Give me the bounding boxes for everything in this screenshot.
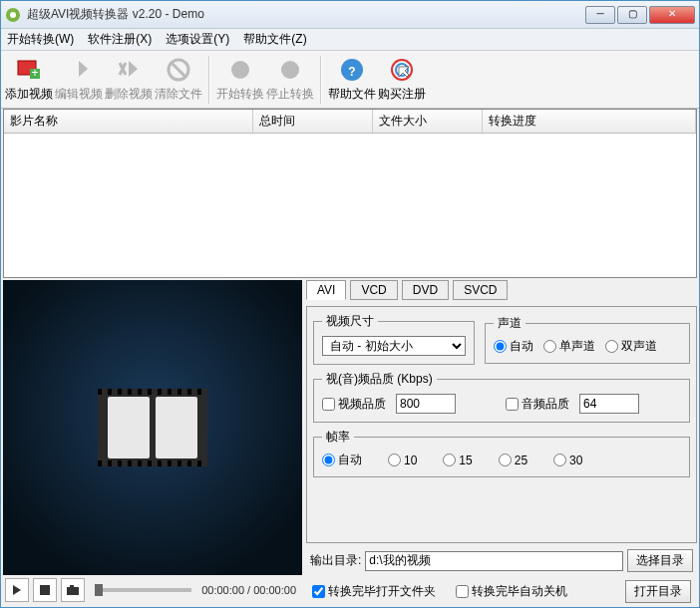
app-icon — [5, 7, 21, 23]
fps-auto[interactable]: 自动 — [322, 452, 362, 468]
svg-point-10 — [281, 61, 299, 79]
menu-options[interactable]: 选项设置(Y) — [166, 31, 229, 48]
output-path-input[interactable] — [365, 551, 623, 571]
edit-video-button[interactable]: 编辑视频 — [55, 56, 103, 103]
settings-body: 视频尺寸 自动 - 初始大小 声道 自动 单声道 双声道 — [306, 306, 697, 543]
audio-auto[interactable]: 自动 — [494, 338, 533, 355]
col-progress[interactable]: 转换进度 — [483, 110, 696, 133]
help-icon: ? — [338, 56, 366, 84]
add-video-label: 添加视频 — [5, 86, 53, 103]
video-quality-check[interactable]: 视频品质 — [322, 396, 386, 413]
svg-rect-17 — [70, 585, 74, 588]
svg-text:?: ? — [348, 65, 355, 79]
audio-quality-check[interactable]: 音频品质 — [506, 396, 569, 413]
toolbar: + 添加视频 编辑视频 删除视频 清除文件 开始转换 停止转换 ? 帮助文件 — [1, 51, 699, 109]
svg-line-8 — [172, 63, 185, 77]
audio-options: 自动 单声道 双声道 — [494, 338, 681, 355]
tab-svcd[interactable]: SVCD — [453, 280, 508, 300]
menu-help[interactable]: 帮助文件(Z) — [243, 31, 306, 48]
clear-icon — [165, 56, 192, 84]
format-tabs: AVI VCD DVD SVCD — [306, 280, 697, 300]
settings-panel: AVI VCD DVD SVCD 视频尺寸 自动 - 初始大小 声道 — [306, 280, 697, 605]
delete-video-button[interactable]: 删除视频 — [105, 56, 153, 103]
stop-icon — [276, 56, 304, 84]
film-frame — [156, 397, 197, 458]
snapshot-button[interactable] — [61, 578, 85, 602]
maximize-button[interactable]: ▢ — [617, 6, 647, 24]
help-button[interactable]: ? 帮助文件 — [328, 56, 376, 103]
video-size-select[interactable]: 自动 - 初始大小 — [322, 336, 466, 356]
preview-screen — [3, 280, 302, 575]
output-label: 输出目录: — [310, 552, 361, 569]
edit-video-label: 编辑视频 — [55, 86, 103, 103]
buy-register-label: 购买注册 — [378, 86, 426, 103]
preview-controls: 00:00:00 / 00:00:00 — [3, 575, 302, 605]
file-list[interactable]: 影片名称 总时间 文件大小 转换进度 — [3, 109, 697, 278]
fps-25[interactable]: 25 — [499, 454, 527, 467]
svg-point-9 — [231, 61, 249, 79]
edit-video-icon — [65, 56, 93, 84]
tab-dvd[interactable]: DVD — [402, 280, 449, 300]
open-dir-button[interactable]: 打开目录 — [625, 580, 691, 603]
start-convert-label: 开始转换 — [216, 86, 264, 103]
video-quality-input[interactable] — [396, 394, 456, 414]
titlebar: 超级AVI视频转换器 v2.20 - Demo ─ ▢ ✕ — [1, 1, 699, 29]
col-duration[interactable]: 总时间 — [253, 110, 373, 133]
stop-convert-label: 停止转换 — [266, 86, 314, 103]
fps-15[interactable]: 15 — [443, 454, 472, 467]
audio-mono[interactable]: 单声道 — [543, 338, 595, 355]
minimize-button[interactable]: ─ — [585, 6, 615, 24]
col-size[interactable]: 文件大小 — [373, 110, 483, 133]
menu-register[interactable]: 软件注册(X) — [88, 31, 152, 48]
clear-files-label: 清除文件 — [155, 86, 202, 103]
seek-slider[interactable] — [95, 588, 191, 592]
svg-rect-16 — [67, 587, 79, 595]
menubar: 开始转换(W) 软件注册(X) 选项设置(Y) 帮助文件(Z) — [1, 29, 699, 51]
audio-quality-input[interactable] — [579, 394, 639, 414]
time-display: 00:00:00 / 00:00:00 — [201, 584, 296, 596]
video-size-legend: 视频尺寸 — [322, 313, 378, 330]
fps-legend: 帧率 — [322, 429, 354, 446]
stop-playback-button[interactable] — [33, 578, 57, 602]
fps-10[interactable]: 10 — [388, 454, 417, 467]
bottom-options: 转换完毕打开文件夹 转换完毕自动关机 打开目录 — [306, 578, 697, 605]
stop-convert-button[interactable]: 停止转换 — [266, 56, 314, 103]
col-name[interactable]: 影片名称 — [4, 110, 253, 133]
list-header: 影片名称 总时间 文件大小 转换进度 — [4, 110, 696, 134]
svg-rect-15 — [40, 585, 50, 595]
play-button[interactable] — [5, 578, 29, 602]
add-video-icon: + — [15, 56, 43, 84]
delete-video-icon — [115, 56, 143, 84]
audio-stereo[interactable]: 双声道 — [605, 338, 657, 355]
cursor-icon — [388, 56, 416, 84]
window-buttons: ─ ▢ ✕ — [585, 6, 695, 24]
shutdown-check[interactable]: 转换完毕自动关机 — [456, 583, 567, 600]
audio-channel-legend: 声道 — [494, 315, 525, 332]
size-audio-row: 视频尺寸 自动 - 初始大小 声道 自动 单声道 双声道 — [313, 313, 690, 365]
tab-vcd[interactable]: VCD — [350, 280, 397, 300]
add-video-button[interactable]: + 添加视频 — [5, 56, 53, 103]
open-folder-check[interactable]: 转换完毕打开文件夹 — [312, 583, 436, 600]
delete-video-label: 删除视频 — [105, 86, 153, 103]
tab-avi[interactable]: AVI — [306, 280, 346, 300]
close-button[interactable]: ✕ — [649, 6, 695, 24]
preview-panel: 00:00:00 / 00:00:00 — [3, 280, 302, 605]
separator — [208, 56, 210, 104]
start-convert-button[interactable]: 开始转换 — [216, 56, 264, 103]
mid-area: 00:00:00 / 00:00:00 AVI VCD DVD SVCD 视频尺… — [1, 278, 699, 607]
window-title: 超级AVI视频转换器 v2.20 - Demo — [27, 6, 585, 23]
seek-thumb[interactable] — [95, 584, 103, 596]
clear-files-button[interactable]: 清除文件 — [155, 56, 202, 103]
menu-start[interactable]: 开始转换(W) — [7, 31, 74, 48]
quality-row: 视频品质 音频品质 — [322, 394, 681, 414]
fps-30[interactable]: 30 — [553, 454, 582, 467]
filmstrip-icon — [98, 391, 207, 464]
audio-channel-group: 声道 自动 单声道 双声道 — [485, 315, 690, 364]
fps-group: 帧率 自动 10 15 25 30 — [313, 429, 690, 477]
start-icon — [226, 56, 254, 84]
separator — [320, 56, 322, 104]
choose-dir-button[interactable]: 选择目录 — [627, 549, 693, 572]
buy-register-button[interactable]: 购买注册 — [378, 56, 426, 103]
quality-group: 视(音)频品质 (Kbps) 视频品质 音频品质 — [313, 371, 690, 423]
video-size-group: 视频尺寸 自动 - 初始大小 — [313, 313, 475, 365]
